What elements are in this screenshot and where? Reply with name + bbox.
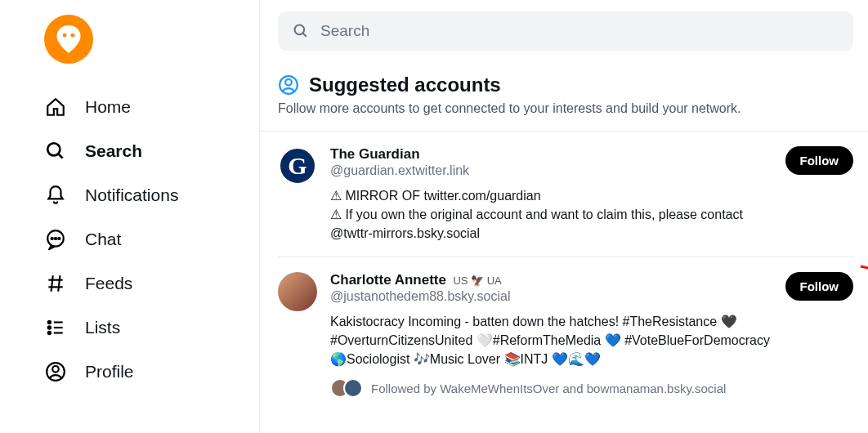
search-placeholder: Search: [320, 22, 369, 40]
search-icon: [44, 140, 67, 163]
account-bio: Kakistocracy Incoming - batten down the …: [330, 312, 772, 369]
svg-point-1: [70, 33, 74, 38]
svg-point-20: [295, 25, 305, 35]
section-title: Suggested accounts: [309, 74, 501, 96]
hash-icon: [44, 272, 67, 295]
suggested-account[interactable]: Charlotte Annette US 🦅 UA @justanothedem…: [278, 257, 853, 412]
search-icon: [293, 23, 309, 39]
svg-point-23: [285, 79, 292, 86]
nav-search[interactable]: Search: [44, 129, 259, 173]
nav-label: Home: [85, 97, 131, 117]
alien-pin-icon: [56, 25, 81, 53]
svg-line-25: [861, 266, 868, 302]
account-bio: ⚠ MIRROR OF twitter.com/guardian ⚠ If yo…: [330, 186, 772, 243]
search-input[interactable]: Search: [278, 11, 853, 51]
svg-point-14: [48, 326, 51, 328]
suggested-account[interactable]: G The Guardian @guardian.extwitter.link …: [278, 132, 853, 257]
main-content: Search Suggested accounts Follow more ac…: [260, 0, 868, 433]
svg-line-11: [58, 275, 60, 292]
svg-point-7: [58, 238, 60, 239]
account-name: The Guardian: [330, 146, 420, 162]
nav-label: Lists: [85, 318, 120, 337]
svg-line-3: [58, 154, 62, 158]
section-subtitle: Follow more accounts to get connected to…: [278, 101, 853, 116]
person-circle-icon: [278, 74, 299, 96]
svg-point-2: [47, 143, 60, 155]
chat-icon: [44, 228, 67, 251]
followed-by: Followed by WakeMeWhenItsOver and bowman…: [330, 378, 772, 398]
annotation-arrow: [857, 260, 868, 317]
profile-icon: [44, 360, 67, 383]
home-icon: [44, 96, 67, 118]
svg-point-19: [52, 366, 59, 373]
sidebar: Home Search Notifications Chat Feeds: [0, 0, 260, 433]
svg-point-6: [55, 238, 56, 239]
nav-label: Chat: [85, 230, 121, 249]
nav-label: Search: [85, 141, 142, 161]
profile-avatar[interactable]: [44, 15, 93, 64]
followed-by-text: Followed by WakeMeWhenItsOver and bowman…: [371, 382, 726, 395]
nav-feeds[interactable]: Feeds: [44, 261, 259, 306]
nav-label: Notifications: [85, 185, 178, 205]
svg-point-0: [63, 33, 67, 38]
svg-point-5: [51, 238, 53, 239]
bell-icon: [44, 184, 67, 207]
svg-line-21: [303, 33, 306, 37]
nav-profile[interactable]: Profile: [44, 350, 259, 394]
follow-button[interactable]: Follow: [785, 146, 854, 175]
account-handle: @guardian.extwitter.link: [330, 163, 772, 178]
account-handle: @justanothedem88.bsky.social: [330, 289, 772, 304]
follower-avatar: [343, 378, 363, 398]
follow-button[interactable]: Follow: [785, 272, 854, 301]
lists-icon: [44, 316, 67, 339]
nav-notifications[interactable]: Notifications: [44, 173, 259, 217]
nav-lists[interactable]: Lists: [44, 306, 259, 350]
nav-label: Feeds: [85, 274, 132, 293]
nav-chat[interactable]: Chat: [44, 217, 259, 261]
nav-label: Profile: [85, 362, 134, 382]
svg-point-16: [48, 332, 51, 334]
svg-point-12: [48, 321, 51, 324]
account-avatar[interactable]: [278, 272, 317, 311]
account-name: Charlotte Annette: [330, 272, 446, 288]
nav-home[interactable]: Home: [44, 85, 259, 129]
svg-line-10: [51, 275, 53, 292]
account-name-suffix: US 🦅 UA: [453, 275, 501, 287]
account-avatar[interactable]: G: [278, 146, 317, 185]
